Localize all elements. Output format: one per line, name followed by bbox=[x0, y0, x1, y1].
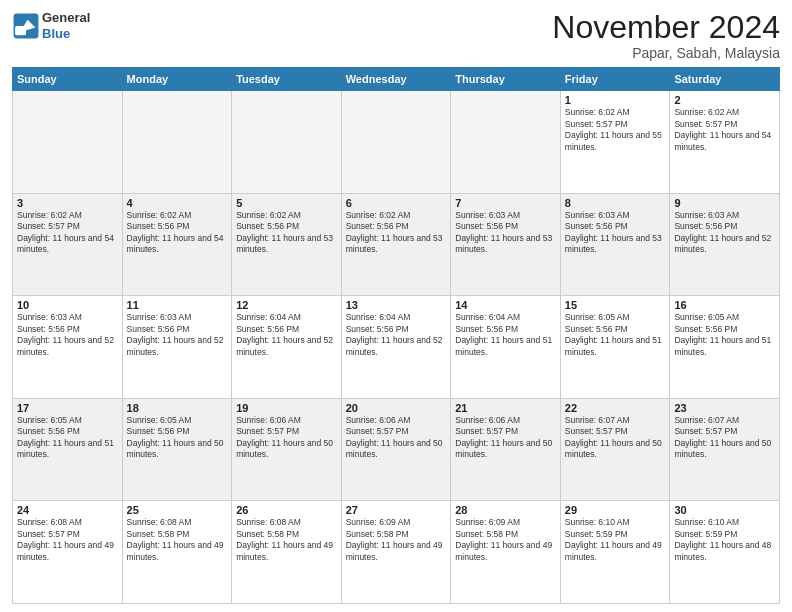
title-block: November 2024 Papar, Sabah, Malaysia bbox=[552, 10, 780, 61]
calendar-cell: 20Sunrise: 6:06 AMSunset: 5:57 PMDayligh… bbox=[341, 398, 451, 501]
day-number: 18 bbox=[127, 402, 228, 414]
day-number: 21 bbox=[455, 402, 556, 414]
calendar-cell: 6Sunrise: 6:02 AMSunset: 5:56 PMDaylight… bbox=[341, 193, 451, 296]
day-number: 26 bbox=[236, 504, 337, 516]
day-info: Sunrise: 6:09 AMSunset: 5:58 PMDaylight:… bbox=[455, 517, 556, 563]
calendar-cell: 24Sunrise: 6:08 AMSunset: 5:57 PMDayligh… bbox=[13, 501, 123, 604]
day-number: 1 bbox=[565, 94, 666, 106]
day-number: 8 bbox=[565, 197, 666, 209]
day-number: 4 bbox=[127, 197, 228, 209]
calendar-week-4: 17Sunrise: 6:05 AMSunset: 5:56 PMDayligh… bbox=[13, 398, 780, 501]
logo-icon bbox=[12, 12, 40, 40]
day-number: 13 bbox=[346, 299, 447, 311]
day-info: Sunrise: 6:08 AMSunset: 5:58 PMDaylight:… bbox=[236, 517, 337, 563]
calendar-cell: 21Sunrise: 6:06 AMSunset: 5:57 PMDayligh… bbox=[451, 398, 561, 501]
day-info: Sunrise: 6:02 AMSunset: 5:56 PMDaylight:… bbox=[236, 210, 337, 256]
day-number: 25 bbox=[127, 504, 228, 516]
calendar-cell: 10Sunrise: 6:03 AMSunset: 5:56 PMDayligh… bbox=[13, 296, 123, 399]
day-info: Sunrise: 6:07 AMSunset: 5:57 PMDaylight:… bbox=[565, 415, 666, 461]
calendar-week-5: 24Sunrise: 6:08 AMSunset: 5:57 PMDayligh… bbox=[13, 501, 780, 604]
calendar-cell: 3Sunrise: 6:02 AMSunset: 5:57 PMDaylight… bbox=[13, 193, 123, 296]
month-title: November 2024 bbox=[552, 10, 780, 45]
day-info: Sunrise: 6:04 AMSunset: 5:56 PMDaylight:… bbox=[236, 312, 337, 358]
day-number: 24 bbox=[17, 504, 118, 516]
day-info: Sunrise: 6:02 AMSunset: 5:56 PMDaylight:… bbox=[127, 210, 228, 256]
calendar-cell bbox=[232, 91, 342, 194]
calendar-cell bbox=[13, 91, 123, 194]
day-number: 16 bbox=[674, 299, 775, 311]
calendar-cell: 15Sunrise: 6:05 AMSunset: 5:56 PMDayligh… bbox=[560, 296, 670, 399]
calendar-cell: 29Sunrise: 6:10 AMSunset: 5:59 PMDayligh… bbox=[560, 501, 670, 604]
logo-text: General Blue bbox=[42, 10, 90, 41]
calendar-cell: 17Sunrise: 6:05 AMSunset: 5:56 PMDayligh… bbox=[13, 398, 123, 501]
header-thursday: Thursday bbox=[451, 68, 561, 91]
day-info: Sunrise: 6:06 AMSunset: 5:57 PMDaylight:… bbox=[346, 415, 447, 461]
day-number: 11 bbox=[127, 299, 228, 311]
calendar-cell: 27Sunrise: 6:09 AMSunset: 5:58 PMDayligh… bbox=[341, 501, 451, 604]
calendar-cell: 13Sunrise: 6:04 AMSunset: 5:56 PMDayligh… bbox=[341, 296, 451, 399]
day-info: Sunrise: 6:04 AMSunset: 5:56 PMDaylight:… bbox=[346, 312, 447, 358]
calendar-cell: 4Sunrise: 6:02 AMSunset: 5:56 PMDaylight… bbox=[122, 193, 232, 296]
day-info: Sunrise: 6:03 AMSunset: 5:56 PMDaylight:… bbox=[17, 312, 118, 358]
page: General Blue November 2024 Papar, Sabah,… bbox=[0, 0, 792, 612]
day-info: Sunrise: 6:07 AMSunset: 5:57 PMDaylight:… bbox=[674, 415, 775, 461]
calendar-cell: 5Sunrise: 6:02 AMSunset: 5:56 PMDaylight… bbox=[232, 193, 342, 296]
calendar-cell: 8Sunrise: 6:03 AMSunset: 5:56 PMDaylight… bbox=[560, 193, 670, 296]
day-info: Sunrise: 6:05 AMSunset: 5:56 PMDaylight:… bbox=[127, 415, 228, 461]
calendar-cell: 1Sunrise: 6:02 AMSunset: 5:57 PMDaylight… bbox=[560, 91, 670, 194]
calendar-cell: 26Sunrise: 6:08 AMSunset: 5:58 PMDayligh… bbox=[232, 501, 342, 604]
day-info: Sunrise: 6:05 AMSunset: 5:56 PMDaylight:… bbox=[674, 312, 775, 358]
calendar-week-3: 10Sunrise: 6:03 AMSunset: 5:56 PMDayligh… bbox=[13, 296, 780, 399]
calendar-cell bbox=[451, 91, 561, 194]
day-number: 3 bbox=[17, 197, 118, 209]
day-number: 5 bbox=[236, 197, 337, 209]
day-number: 7 bbox=[455, 197, 556, 209]
day-number: 10 bbox=[17, 299, 118, 311]
header: General Blue November 2024 Papar, Sabah,… bbox=[12, 10, 780, 61]
day-number: 27 bbox=[346, 504, 447, 516]
calendar-header-row: Sunday Monday Tuesday Wednesday Thursday… bbox=[13, 68, 780, 91]
calendar-cell: 2Sunrise: 6:02 AMSunset: 5:57 PMDaylight… bbox=[670, 91, 780, 194]
day-number: 9 bbox=[674, 197, 775, 209]
day-number: 29 bbox=[565, 504, 666, 516]
day-info: Sunrise: 6:06 AMSunset: 5:57 PMDaylight:… bbox=[236, 415, 337, 461]
calendar-cell: 19Sunrise: 6:06 AMSunset: 5:57 PMDayligh… bbox=[232, 398, 342, 501]
calendar-cell: 14Sunrise: 6:04 AMSunset: 5:56 PMDayligh… bbox=[451, 296, 561, 399]
location: Papar, Sabah, Malaysia bbox=[552, 45, 780, 61]
day-number: 19 bbox=[236, 402, 337, 414]
day-info: Sunrise: 6:10 AMSunset: 5:59 PMDaylight:… bbox=[565, 517, 666, 563]
calendar-cell: 25Sunrise: 6:08 AMSunset: 5:58 PMDayligh… bbox=[122, 501, 232, 604]
day-number: 2 bbox=[674, 94, 775, 106]
header-sunday: Sunday bbox=[13, 68, 123, 91]
day-info: Sunrise: 6:04 AMSunset: 5:56 PMDaylight:… bbox=[455, 312, 556, 358]
calendar-table: Sunday Monday Tuesday Wednesday Thursday… bbox=[12, 67, 780, 604]
day-info: Sunrise: 6:03 AMSunset: 5:56 PMDaylight:… bbox=[455, 210, 556, 256]
day-info: Sunrise: 6:10 AMSunset: 5:59 PMDaylight:… bbox=[674, 517, 775, 563]
day-number: 6 bbox=[346, 197, 447, 209]
day-info: Sunrise: 6:02 AMSunset: 5:57 PMDaylight:… bbox=[17, 210, 118, 256]
header-friday: Friday bbox=[560, 68, 670, 91]
calendar-cell: 22Sunrise: 6:07 AMSunset: 5:57 PMDayligh… bbox=[560, 398, 670, 501]
day-info: Sunrise: 6:08 AMSunset: 5:57 PMDaylight:… bbox=[17, 517, 118, 563]
day-info: Sunrise: 6:09 AMSunset: 5:58 PMDaylight:… bbox=[346, 517, 447, 563]
day-number: 20 bbox=[346, 402, 447, 414]
day-info: Sunrise: 6:08 AMSunset: 5:58 PMDaylight:… bbox=[127, 517, 228, 563]
calendar-cell: 28Sunrise: 6:09 AMSunset: 5:58 PMDayligh… bbox=[451, 501, 561, 604]
day-number: 30 bbox=[674, 504, 775, 516]
day-info: Sunrise: 6:02 AMSunset: 5:57 PMDaylight:… bbox=[674, 107, 775, 153]
calendar-week-1: 1Sunrise: 6:02 AMSunset: 5:57 PMDaylight… bbox=[13, 91, 780, 194]
day-number: 17 bbox=[17, 402, 118, 414]
day-number: 14 bbox=[455, 299, 556, 311]
day-number: 15 bbox=[565, 299, 666, 311]
header-monday: Monday bbox=[122, 68, 232, 91]
calendar-cell: 7Sunrise: 6:03 AMSunset: 5:56 PMDaylight… bbox=[451, 193, 561, 296]
calendar-cell: 11Sunrise: 6:03 AMSunset: 5:56 PMDayligh… bbox=[122, 296, 232, 399]
day-info: Sunrise: 6:03 AMSunset: 5:56 PMDaylight:… bbox=[127, 312, 228, 358]
day-number: 23 bbox=[674, 402, 775, 414]
calendar-cell: 30Sunrise: 6:10 AMSunset: 5:59 PMDayligh… bbox=[670, 501, 780, 604]
calendar-cell bbox=[122, 91, 232, 194]
calendar-cell bbox=[341, 91, 451, 194]
day-info: Sunrise: 6:02 AMSunset: 5:57 PMDaylight:… bbox=[565, 107, 666, 153]
day-number: 28 bbox=[455, 504, 556, 516]
calendar-cell: 9Sunrise: 6:03 AMSunset: 5:56 PMDaylight… bbox=[670, 193, 780, 296]
